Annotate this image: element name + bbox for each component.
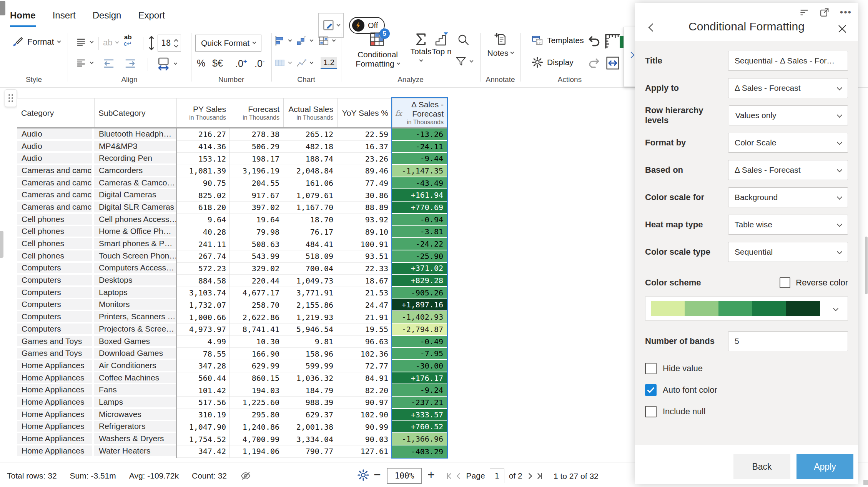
format-button[interactable]: Format	[12, 36, 60, 48]
increase-indent-icon[interactable]	[125, 58, 136, 69]
based-on-dropdown[interactable]: Δ Sales - Forecast	[728, 160, 848, 180]
cell-delta-sales-forecast[interactable]: -13.26	[392, 128, 447, 141]
format-by-dropdown[interactable]: Color Scale	[728, 133, 848, 153]
cell-category[interactable]: Cameras and camc…	[17, 177, 94, 190]
cell-subcategory[interactable]: Laptops	[94, 287, 176, 299]
cell-forecast[interactable]: 543.99	[230, 250, 283, 263]
cell-py-sales[interactable]: 414.36	[176, 141, 230, 153]
color-scheme-dropdown[interactable]	[645, 297, 848, 320]
cell-py-sales[interactable]: 241.11	[176, 238, 230, 250]
cell-py-sales[interactable]: 153.12	[176, 153, 230, 165]
cell-forecast[interactable]: 506.29	[230, 141, 283, 153]
cell-subcategory[interactable]: Smart phones & P…	[94, 238, 176, 250]
cell-forecast[interactable]: 1,225.60	[230, 397, 283, 409]
page-input[interactable]: 1	[490, 469, 504, 483]
cell-forecast[interactable]: 278.38	[230, 128, 283, 141]
cell-subcategory[interactable]: Cameras & Camco…	[94, 177, 176, 190]
format-lines-icon[interactable]	[799, 7, 809, 17]
cell-category[interactable]: Computers	[17, 311, 94, 324]
cell-delta-sales-forecast[interactable]: -1,366.96	[392, 433, 447, 445]
cell-forecast[interactable]: 204.55	[230, 177, 283, 190]
cell-delta-sales-forecast[interactable]: -0.49	[392, 336, 447, 348]
cell-category[interactable]: Cameras and camc…	[17, 202, 94, 214]
row-height-icon[interactable]	[147, 35, 156, 51]
cell-delta-sales-forecast[interactable]: -9.24	[392, 384, 447, 397]
cell-py-sales[interactable]: 78.55	[176, 348, 230, 360]
cell-delta-sales-forecast[interactable]: -25.90	[392, 250, 447, 263]
cell-forecast[interactable]: 295.80	[230, 409, 283, 421]
cell-category[interactable]: Home Appliances	[17, 360, 94, 372]
cell-delta-sales-forecast[interactable]: -1,147.35	[392, 165, 447, 177]
cell-category[interactable]: Cameras and camc…	[17, 165, 94, 177]
cell-category[interactable]: Home Appliances	[17, 409, 94, 421]
cell-yoy-sales[interactable]: 77.49	[337, 177, 392, 190]
cell-actual-sales[interactable]: 9.81	[283, 336, 337, 348]
cell-actual-sales[interactable]: 265.12	[283, 128, 337, 141]
quick-format-dropdown[interactable]: Quick Format	[195, 35, 261, 52]
cell-category[interactable]: Home Appliances	[17, 433, 94, 445]
cell-subcategory[interactable]: Projectors & Scree…	[94, 324, 176, 336]
cell-actual-sales[interactable]: 1,036.32	[283, 372, 337, 385]
cell-actual-sales[interactable]: 1,049.73	[283, 275, 337, 287]
cell-subcategory[interactable]: Microwaves	[94, 409, 176, 421]
cell-forecast[interactable]: 258.70	[230, 299, 283, 312]
cell-subcategory[interactable]: MP4&MP3	[94, 141, 176, 153]
column-header-forecast[interactable]: Forecastin Thousands	[230, 98, 284, 127]
cell-subcategory[interactable]: Water Heaters	[94, 445, 176, 458]
include-null-checkbox[interactable]	[645, 406, 657, 417]
increase-decimals-button[interactable]: .0+	[235, 58, 247, 69]
apply-to-dropdown[interactable]: Δ Sales - Forecast	[728, 78, 848, 98]
percent-format-button[interactable]: %	[197, 58, 205, 69]
zoom-in-button[interactable]: +	[427, 468, 435, 482]
redo-icon[interactable]	[587, 57, 600, 70]
cell-subcategory[interactable]: Bluetooth Headph…	[94, 128, 176, 141]
cell-forecast[interactable]: 508.63	[230, 238, 283, 250]
cell-forecast[interactable]: 329.02	[230, 263, 283, 275]
cell-forecast[interactable]: 19.64	[230, 214, 283, 226]
cell-py-sales[interactable]: 347.42	[176, 445, 230, 458]
zoom-out-button[interactable]: −	[374, 468, 381, 482]
cell-yoy-sales[interactable]: 90.99	[337, 421, 392, 434]
cell-yoy-sales[interactable]: 21.53	[337, 287, 392, 299]
cell-subcategory[interactable]: Download Games	[94, 348, 176, 360]
cell-actual-sales[interactable]: 76.17	[283, 226, 337, 238]
cell-py-sales[interactable]: 267.74	[176, 250, 230, 263]
cell-category[interactable]: Computers	[17, 287, 94, 299]
cell-category[interactable]: Computers	[17, 275, 94, 287]
search-icon[interactable]	[457, 33, 470, 46]
cell-delta-sales-forecast[interactable]: -7.95	[392, 348, 447, 360]
title-input[interactable]: Sequential - Δ Sales - For…	[728, 51, 848, 71]
cell-category[interactable]: Cell phones	[17, 214, 94, 226]
cell-delta-sales-forecast[interactable]: -1,402.93	[392, 311, 447, 324]
cell-py-sales[interactable]: 216.27	[176, 128, 230, 141]
cell-subcategory[interactable]: Coffee Machines	[94, 372, 176, 385]
notes-button[interactable]: Notes	[484, 32, 517, 58]
cell-delta-sales-forecast[interactable]: -403.29	[392, 445, 447, 458]
cell-category[interactable]: Home Appliances	[17, 372, 94, 385]
cell-subcategory[interactable]: Desktops	[94, 275, 176, 287]
cell-forecast[interactable]: 1,194.06	[230, 445, 283, 458]
cell-py-sales[interactable]: 90.75	[176, 177, 230, 190]
cell-yoy-sales[interactable]: 89.46	[337, 165, 392, 177]
cell-py-sales[interactable]: 310.19	[176, 409, 230, 421]
edit-mode-button[interactable]	[318, 13, 344, 38]
cell-yoy-sales[interactable]: 22.33	[337, 263, 392, 275]
cell-yoy-sales[interactable]: 93.92	[337, 214, 392, 226]
cell-forecast[interactable]: 629.99	[230, 360, 283, 372]
tab-insert[interactable]: Insert	[53, 10, 76, 27]
cell-yoy-sales[interactable]: 30.86	[337, 189, 392, 202]
small-multiples-button[interactable]	[318, 35, 335, 46]
prev-page-button[interactable]	[456, 473, 462, 479]
visual-drag-handle[interactable]	[5, 89, 17, 107]
cell-actual-sales[interactable]: 2,155.86	[283, 299, 337, 312]
right-scrollbar-thumb[interactable]	[865, 237, 868, 294]
cell-yoy-sales[interactable]: 24.47	[337, 299, 392, 312]
column-header-subcategory[interactable]: SubCategory	[95, 98, 177, 127]
cell-category[interactable]: Home Appliances	[17, 397, 94, 409]
cell-yoy-sales[interactable]: 89.10	[337, 226, 392, 238]
cell-py-sales[interactable]: 1,754.52	[176, 433, 230, 445]
ribbon-overflow-chevron[interactable]	[628, 52, 635, 58]
cell-actual-sales[interactable]: 790.77	[283, 445, 337, 458]
cell-forecast[interactable]: 8,741.41	[230, 324, 283, 336]
auto-font-color-checkbox[interactable]	[645, 384, 657, 396]
